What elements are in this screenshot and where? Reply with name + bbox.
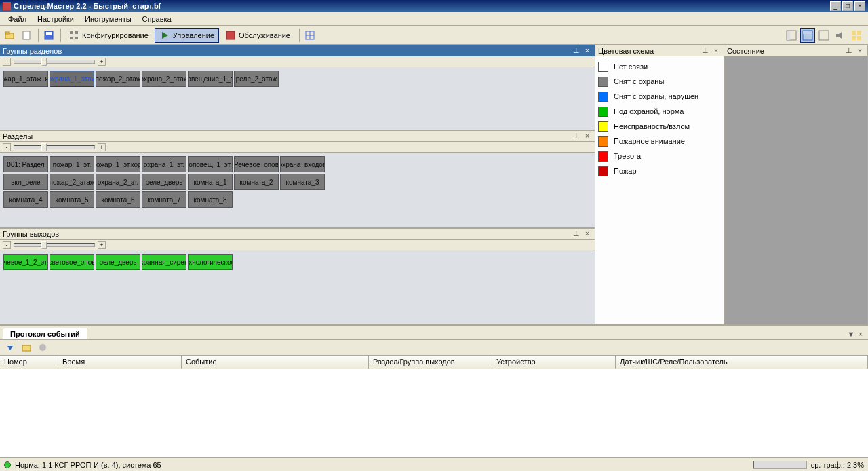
section-tile[interactable]: оповещ_1_эт. — [188, 156, 233, 172]
close-icon[interactable]: × — [583, 46, 592, 56]
close-button[interactable]: × — [854, 1, 865, 11]
folder-button[interactable] — [19, 341, 34, 354]
menu-file[interactable]: Файл — [3, 14, 32, 24]
svg-rect-6 — [75, 31, 78, 34]
svg-rect-22 — [852, 36, 856, 40]
traffic-progress — [753, 461, 807, 469]
close-icon[interactable]: × — [711, 46, 721, 56]
zoom-out-button[interactable]: - — [3, 241, 11, 249]
col-sensor[interactable]: Датчик/ШС/Реле/Пользователь — [616, 356, 868, 369]
zoom-in-button[interactable]: + — [98, 58, 106, 66]
output-tile[interactable]: световое_опов — [50, 254, 94, 270]
pin-icon[interactable]: ⊥ — [572, 132, 581, 141]
tab-row: Протокол событий ▼ × — [0, 326, 868, 339]
toolbar-separator — [60, 29, 61, 42]
menu-settings[interactable]: Настройки — [32, 14, 79, 24]
section-tile[interactable]: комната_6 — [96, 191, 140, 208]
svg-rect-5 — [70, 31, 73, 34]
section-tile[interactable]: вкл_реле — [3, 174, 48, 190]
group-tile[interactable]: охрана_2_этаж — [142, 71, 186, 87]
new-button[interactable] — [19, 28, 34, 43]
output-tile[interactable]: реле_дверь — [96, 254, 140, 270]
section-tile[interactable]: комната_5 — [50, 191, 94, 208]
minimize-button[interactable]: _ — [830, 1, 841, 11]
open-button[interactable] — [3, 28, 18, 43]
section-tile[interactable]: комната_4 — [3, 191, 48, 208]
legend-swatch — [598, 62, 608, 72]
svg-rect-18 — [819, 31, 829, 40]
section-tile[interactable]: 001: Раздел — [3, 156, 48, 172]
col-number[interactable]: Номер — [0, 356, 58, 369]
output-tile[interactable]: охранная_сирена — [142, 254, 186, 270]
pin-icon[interactable]: ⊥ — [572, 229, 581, 239]
section-tile[interactable]: реле_дверь — [142, 174, 186, 190]
svg-rect-21 — [857, 31, 861, 35]
mode-service-button[interactable]: Обслуживание — [220, 28, 295, 43]
view4-button[interactable] — [849, 28, 864, 43]
zoom-slider[interactable] — [14, 243, 95, 247]
section-tile[interactable]: охрана_2_эт. — [96, 174, 140, 190]
svg-rect-8 — [75, 37, 78, 39]
legend-swatch — [598, 121, 608, 132]
menu-help[interactable]: Справка — [137, 14, 177, 24]
misc-button[interactable] — [302, 28, 317, 43]
scroll-down-button[interactable] — [3, 341, 18, 354]
section-tile[interactable]: пожар_1_эт.кор. — [96, 156, 140, 172]
col-device[interactable]: Устройство — [492, 356, 616, 369]
group-tile[interactable]: пожар_1_этаж+кор — [3, 71, 48, 87]
mode-control-button[interactable]: Управление — [155, 28, 219, 43]
section-tile[interactable]: охрана_входов — [280, 156, 325, 172]
section-tile[interactable]: комната_1 — [188, 174, 233, 190]
tab-protocol[interactable]: Протокол событий — [3, 328, 87, 339]
folder-open-icon — [5, 30, 16, 41]
section-tile[interactable]: комната_7 — [142, 191, 186, 208]
grid-icon — [851, 30, 862, 41]
pin-icon[interactable]: ⊥ — [844, 46, 854, 56]
col-section[interactable]: Раздел/Группа выходов — [369, 356, 492, 369]
panel-header-colors: Цветовая схема ⊥ × — [595, 45, 724, 56]
mode-control-label: Управление — [173, 31, 214, 39]
close-icon[interactable]: × — [856, 330, 865, 339]
view1-button[interactable] — [784, 28, 799, 43]
zoom-out-button[interactable]: - — [3, 58, 11, 66]
zoom-in-button[interactable]: + — [98, 241, 106, 249]
col-time[interactable]: Время — [58, 356, 182, 369]
zoom-out-button[interactable]: - — [3, 143, 11, 151]
section-tile[interactable]: охрана_1_эт. — [142, 156, 186, 172]
stop-button[interactable] — [35, 341, 50, 354]
mode-config-button[interactable]: Конфигурирование — [64, 28, 153, 43]
group-tile[interactable]: пожар_2_этаж — [96, 71, 140, 87]
group-tile[interactable]: оповещение_1_эта — [188, 71, 233, 87]
section-tile[interactable]: пожар_2_этаж — [50, 174, 94, 190]
legend-swatch — [598, 166, 608, 176]
output-tile[interactable]: технологическое_ — [188, 254, 233, 270]
section-tile[interactable]: Речевое_опов — [234, 156, 279, 172]
menu-tools[interactable]: Инструменты — [79, 14, 137, 24]
group-tile[interactable]: реле_2_этаж — [234, 71, 279, 87]
pin-icon[interactable]: ⊥ — [701, 46, 710, 56]
close-icon[interactable]: × — [583, 229, 592, 239]
zoom-in-button[interactable]: + — [98, 143, 106, 151]
svg-point-26 — [39, 344, 46, 351]
save-button[interactable] — [41, 28, 56, 43]
output-tile[interactable]: речевое_1_2_этаж — [3, 254, 48, 270]
dropdown-icon[interactable]: ▼ — [846, 330, 856, 339]
sound-button[interactable] — [833, 28, 848, 43]
toolbar-separator — [38, 29, 39, 42]
close-icon[interactable]: × — [583, 132, 592, 141]
close-icon[interactable]: × — [855, 46, 865, 56]
section-tile[interactable]: комната_2 — [234, 174, 279, 190]
view3-button[interactable] — [816, 28, 831, 43]
panel-title: Состояние — [727, 47, 843, 55]
view2-button[interactable] — [800, 28, 815, 43]
legend-swatch — [598, 92, 608, 102]
section-tile[interactable]: комната_3 — [280, 174, 325, 190]
zoom-slider[interactable] — [14, 145, 95, 149]
maximize-button[interactable]: □ — [842, 1, 853, 11]
section-tile[interactable]: пожар_1_эт. — [50, 156, 94, 172]
section-tile[interactable]: комната_8 — [188, 191, 233, 208]
pin-icon[interactable]: ⊥ — [572, 46, 581, 56]
zoom-slider[interactable] — [14, 60, 95, 64]
group-tile-selected[interactable]: охрана_1_этаж — [50, 71, 94, 87]
col-event[interactable]: Событие — [182, 356, 369, 369]
